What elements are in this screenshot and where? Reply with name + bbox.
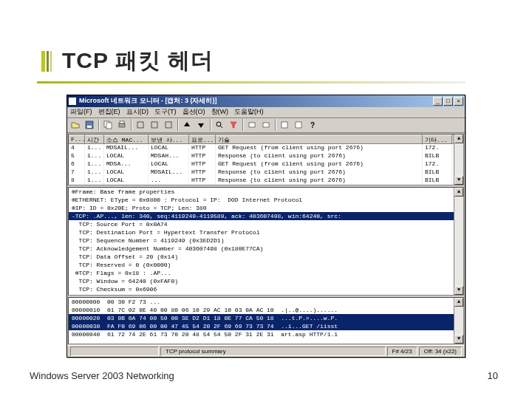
title-bullet-icon (41, 51, 53, 72)
statusbar: TCP protocol summary F# 4/23 Off: 34 (x2… (67, 345, 465, 357)
detail-line[interactable]: TCP: Reserved = 0 (0x0000) (69, 261, 463, 269)
page-number: 10 (488, 370, 498, 381)
col-proto[interactable]: 프로... (189, 134, 216, 143)
frame-list-pane[interactable]: F... 시간 소스 MAC... 보낸 사... 프로... 기술 기타...… (68, 134, 464, 185)
menu-edit[interactable]: 편집(E) (98, 107, 120, 117)
hex-line-selected[interactable]: 00000030 FA F0 69 06 00 00 47 45 54 20 2… (69, 322, 463, 330)
slide-footer: Windows Server 2003 Networking (30, 370, 174, 381)
titlebar[interactable]: Microsoft 네트워크 모니터 - [캡처: 3 (자세히)] _ □ × (67, 95, 465, 107)
svg-rect-7 (151, 122, 157, 128)
svg-rect-1 (87, 126, 92, 128)
detail-line[interactable]: TCP: Window = 64240 (0xFAF0) (69, 277, 463, 285)
save-icon[interactable] (83, 119, 96, 131)
detail-line[interactable]: TCP: Source Port = 0x0A74 (69, 220, 463, 228)
menu-options[interactable]: 옵션(O) (183, 107, 205, 117)
hex-line-selected[interactable]: 00000020 03 0B 0A 74 00 50 00 3E D2 D1 1… (69, 314, 463, 322)
scroll-up-icon[interactable]: ▲ (454, 298, 463, 307)
toolbar-separator (210, 119, 211, 131)
table-row[interactable]: 51...LOCALMDSAH...HTTPResponse (to clien… (69, 152, 463, 160)
scrollbar[interactable]: ▲▼ (454, 188, 463, 296)
tool-icon[interactable] (278, 119, 291, 131)
toolbar-separator (98, 119, 99, 131)
detail-line[interactable]: ⊕ETHERNET: EType = 0x0800 : Protocol = I… (69, 196, 463, 204)
tool-icon[interactable] (148, 119, 161, 131)
svg-rect-11 (249, 123, 255, 127)
detail-line[interactable]: TCP: Checksum = 0x6906 (69, 285, 463, 293)
status-summary: TCP protocol summary (160, 347, 386, 356)
open-icon[interactable] (69, 119, 82, 131)
detail-line[interactable]: TCP: Destination Port = Hypertext Transf… (69, 228, 463, 236)
detail-line[interactable]: TCP: Acknowledgement Number = 403607498 … (69, 245, 463, 253)
menubar: 파일(F) 편집(E) 표시(D) 도구(T) 옵션(O) 창(W) 도움말(H… (67, 107, 465, 118)
hex-dump-pane[interactable]: 00000000 00 30 F2 73 ... 00000010 01 7C … (68, 297, 464, 344)
tool-icon[interactable] (292, 119, 305, 131)
app-icon (69, 98, 76, 105)
col-time[interactable]: 시간 (85, 134, 104, 143)
svg-rect-6 (137, 122, 143, 128)
hex-line[interactable]: 00000010 01 7C 02 0E 40 00 80 06 10 29 A… (69, 306, 463, 314)
toolbar-separator (177, 119, 178, 131)
scroll-up-icon[interactable]: ▲ (454, 134, 463, 143)
col-other[interactable]: 기타... (423, 134, 452, 143)
protocol-detail-pane[interactable]: ⊕Frame: Base frame properties ⊕ETHERNET:… (68, 187, 464, 296)
down-arrow-icon[interactable] (194, 119, 208, 131)
tool-icon[interactable] (259, 119, 273, 131)
menu-tools[interactable]: 도구(T) (154, 107, 177, 117)
detail-line[interactable]: TCP: Sequence Number = 4119249 (0x3ED2D1… (69, 236, 463, 245)
grid-header: F... 시간 소스 MAC... 보낸 사... 프로... 기술 기타... (69, 134, 463, 144)
table-row[interactable]: 71...LOCALMDSAIL...HTTPResponse (to clie… (69, 168, 463, 177)
col-dst[interactable]: 보낸 사... (149, 134, 189, 143)
scroll-up-icon[interactable]: ▲ (454, 188, 463, 197)
grid-body: 41...MDSAIL...LOCALHTTPGET Request (from… (69, 144, 463, 185)
title-underline (37, 81, 466, 83)
table-row[interactable]: 81...LOCAL...HTTPResponse (to client usi… (69, 177, 463, 185)
copy-icon[interactable] (101, 119, 115, 131)
detail-line[interactable]: ⊕IP: ID = 0x20E; Proto = TCP; Len: 380 (69, 204, 463, 212)
toolbar-separator (131, 119, 132, 131)
hex-line[interactable]: 00000040 61 72 74 2E 61 73 70 20 48 54 5… (69, 330, 463, 338)
slide-title: TCP 패킷 헤더 (62, 46, 214, 76)
tool-icon[interactable] (245, 119, 259, 131)
up-arrow-icon[interactable] (180, 119, 194, 131)
menu-display[interactable]: 표시(D) (126, 107, 149, 117)
detail-line[interactable]: ⊕TCP: Flags = 0x18 : .AP... (69, 269, 463, 277)
toolbar-separator (275, 119, 276, 131)
window-title: Microsoft 네트워크 모니터 - [캡처: 3 (자세히)] (79, 96, 433, 106)
col-desc[interactable]: 기술 (216, 134, 423, 143)
minimize-button[interactable]: _ (433, 97, 443, 106)
detail-line[interactable]: TCP: Data Offset = 20 (0x14) (69, 253, 463, 261)
svg-rect-12 (263, 123, 269, 127)
table-row[interactable]: 61...MDSA...LOCALHTTPGET Request (from c… (69, 160, 463, 168)
col-frame[interactable]: F... (69, 134, 85, 143)
svg-line-10 (220, 126, 222, 128)
tool-icon[interactable] (134, 119, 147, 131)
menu-help[interactable]: 도움말(H) (234, 107, 264, 117)
find-icon[interactable] (213, 119, 226, 131)
hex-line[interactable]: 00000000 00 30 F2 73 ... (69, 298, 463, 306)
scrollbar[interactable]: ▲▼ (454, 134, 463, 185)
network-monitor-window: Microsoft 네트워크 모니터 - [캡처: 3 (자세히)] _ □ ×… (66, 95, 466, 358)
close-button[interactable]: × (454, 97, 463, 106)
detail-line[interactable]: TCP: Urgent Pointer = 0 (0x0) (69, 293, 463, 296)
slide-title-block: TCP 패킷 헤더 (41, 46, 214, 76)
scrollbar[interactable]: ▲▼ (454, 298, 463, 344)
scroll-down-icon[interactable]: ▼ (454, 286, 463, 295)
svg-rect-8 (166, 122, 171, 128)
maximize-button[interactable]: □ (443, 97, 453, 106)
svg-rect-3 (106, 123, 112, 129)
status-cell (70, 347, 159, 356)
scroll-down-icon[interactable]: ▼ (454, 176, 463, 185)
scroll-down-icon[interactable]: ▼ (454, 335, 463, 344)
print-icon[interactable] (115, 119, 129, 131)
menu-file[interactable]: 파일(F) (70, 107, 92, 117)
filter-icon[interactable] (227, 119, 240, 131)
table-row[interactable]: 41...MDSAIL...LOCALHTTPGET Request (from… (69, 144, 463, 152)
menu-window[interactable]: 창(W) (211, 107, 229, 117)
tool-icon[interactable] (162, 119, 175, 131)
toolbar: ? (67, 118, 465, 133)
detail-line-selected[interactable]: -TCP: .AP..., len: 340, seq:4119249-4119… (69, 212, 463, 220)
help-icon[interactable]: ? (306, 119, 319, 131)
svg-text:?: ? (310, 121, 315, 129)
col-src[interactable]: 소스 MAC... (104, 134, 149, 143)
detail-line[interactable]: ⊕Frame: Base frame properties (69, 188, 463, 196)
